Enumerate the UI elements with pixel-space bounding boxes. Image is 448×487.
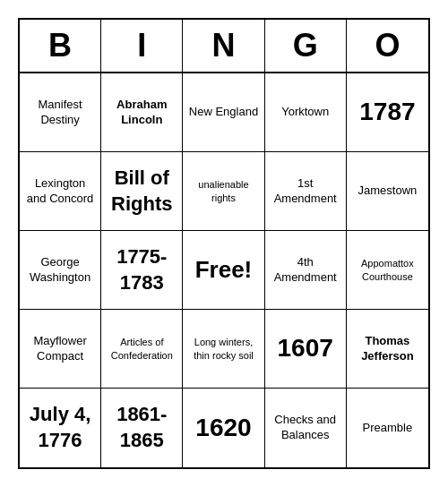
bingo-cell[interactable]: July 4, 1776 (20, 389, 101, 467)
bingo-cell[interactable]: Abraham Lincoln (101, 73, 183, 152)
bingo-cell[interactable]: Preamble (347, 389, 428, 467)
bingo-cell[interactable]: Bill of Rights (101, 152, 183, 231)
header-letter: I (101, 20, 183, 72)
bingo-cell[interactable]: Appomattox Courthouse (347, 231, 428, 310)
header-letter: O (347, 20, 428, 72)
bingo-cell[interactable]: 1787 (347, 73, 428, 152)
bingo-cell[interactable]: George Washington (20, 231, 101, 310)
bingo-cell[interactable]: Thomas Jefferson (347, 310, 428, 389)
bingo-cell[interactable]: Manifest Destiny (20, 73, 101, 152)
bingo-cell[interactable]: Free! (183, 231, 264, 310)
bingo-cell[interactable]: New England (183, 73, 264, 152)
header-letter: G (265, 20, 347, 72)
bingo-cell[interactable]: Long winters, thin rocky soil (183, 310, 264, 389)
bingo-grid: Manifest DestinyAbraham LincolnNew Engla… (20, 73, 428, 467)
bingo-cell[interactable]: 1861-1865 (101, 389, 183, 467)
bingo-card: BINGO Manifest DestinyAbraham LincolnNew… (18, 18, 430, 469)
bingo-cell[interactable]: 1607 (265, 310, 347, 389)
bingo-cell[interactable]: 1775-1783 (101, 231, 183, 310)
bingo-cell[interactable]: Yorktown (265, 73, 347, 152)
bingo-cell[interactable]: 1st Amendment (265, 152, 347, 231)
bingo-cell[interactable]: Mayflower Compact (20, 310, 101, 389)
header-letter: B (20, 20, 101, 72)
bingo-cell[interactable]: unalienable rights (183, 152, 264, 231)
bingo-cell[interactable]: Jamestown (347, 152, 428, 231)
bingo-cell[interactable]: Lexington and Concord (20, 152, 101, 231)
bingo-cell[interactable]: 1620 (183, 389, 264, 467)
header-letter: N (183, 20, 264, 72)
bingo-cell[interactable]: Articles of Confederation (101, 310, 183, 389)
bingo-header: BINGO (20, 20, 428, 73)
bingo-cell[interactable]: 4th Amendment (265, 231, 347, 310)
bingo-cell[interactable]: Checks and Balances (265, 389, 347, 467)
